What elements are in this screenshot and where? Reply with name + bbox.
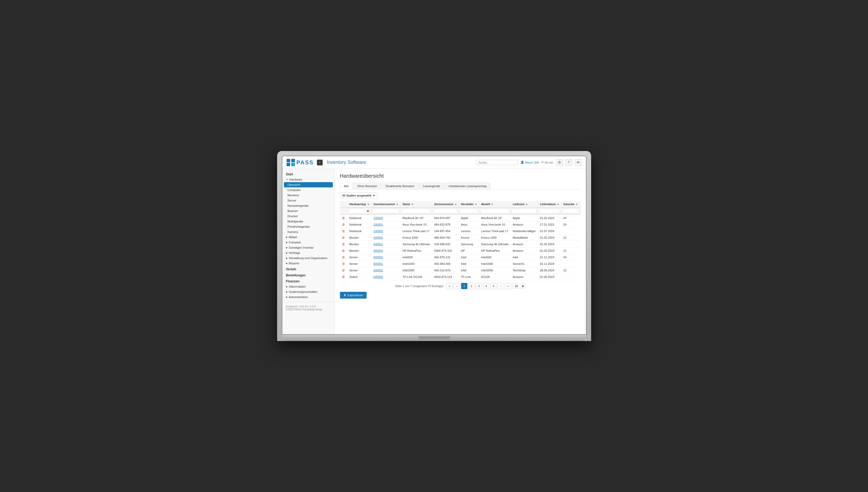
delete-icon[interactable]: 🗑	[342, 223, 345, 226]
page-btn-1[interactable]: 1	[461, 283, 467, 289]
sidebar-item-mobilgeraete[interactable]: Mobilgeräte	[282, 219, 334, 224]
sidebar-group-fuhrpark-label: Fuhrpark	[289, 241, 301, 244]
finanzstatus-cell: Neue Hardware	[580, 254, 581, 261]
sort-icon-inventarnummer[interactable]: ⇅	[396, 203, 398, 206]
sidebar-item-netzwerkgeraete[interactable]: Netzwerkgeräte	[282, 203, 334, 208]
filter-seriennummer[interactable]	[433, 209, 458, 213]
sidebar-group-stammdaten[interactable]: ▶ Stammdaten	[282, 284, 334, 289]
inventarnummer-cell[interactable]: 800000	[371, 254, 400, 261]
delete-icon[interactable]: 🗑	[342, 249, 345, 252]
sidebar-group-fuhrpark[interactable]: ▶ Fuhrpark	[282, 240, 334, 245]
sidebar-item-uebersicht[interactable]: Übersicht	[284, 182, 333, 188]
delete-icon[interactable]: 🗑	[342, 269, 345, 272]
sort-icon-hardwaretyp[interactable]: ⇅	[367, 203, 369, 206]
tab-unbekannter-leasingvertrag[interactable]: Unbekannter Leasingvertrag	[445, 183, 490, 189]
page-last-button[interactable]: »	[505, 283, 511, 289]
inventarnummer-cell[interactable]: 100000	[371, 215, 400, 221]
sort-icon-seriennummer[interactable]: ⇅	[455, 203, 456, 206]
page-next-button[interactable]: ›	[498, 283, 504, 289]
sidebar-item-computer[interactable]: Computer	[282, 188, 334, 193]
filter-hardwaretyp[interactable]	[348, 208, 371, 214]
sort-icon-garantie[interactable]: ⇅	[576, 203, 577, 206]
sort-icon-hersteller[interactable]: ⇅	[475, 203, 477, 206]
sidebar-item-kamera[interactable]: Kamera	[282, 229, 334, 235]
delete-icon[interactable]: 🗑	[342, 262, 345, 266]
page-prev-button[interactable]: ‹	[454, 283, 460, 289]
inventarnummer-link[interactable]: 400000	[373, 236, 383, 239]
page-size-select[interactable]: 10 25 50 100	[512, 284, 525, 289]
delete-icon[interactable]: 🗑	[342, 242, 345, 246]
sort-icon-modell[interactable]: ⇅	[491, 203, 493, 206]
sidebar-group-moebel[interactable]: ▶ Möbel	[282, 235, 334, 240]
page-first-button[interactable]: «	[446, 283, 453, 289]
inventarnummer-cell[interactable]: 500000	[371, 274, 400, 280]
filter-garantie[interactable]	[562, 209, 579, 213]
inventarnummer-cell[interactable]: 400002	[371, 248, 400, 254]
sidebar-item-drucker[interactable]: Drucker	[282, 214, 334, 219]
delete-icon[interactable]: 🗑	[342, 236, 345, 240]
inventarnummer-link[interactable]: 500000	[373, 275, 383, 278]
page-btn-2[interactable]: 2	[468, 283, 475, 289]
sidebar-item-server[interactable]: Server	[282, 198, 334, 203]
chevron-right-icon-4: ▶	[286, 251, 288, 254]
sort-icon-name[interactable]: ⇅	[412, 203, 413, 206]
col-garantie: Garantie ⇅	[561, 201, 580, 207]
export-button[interactable]: ⬇ Exportieren	[340, 292, 367, 299]
help-button[interactable]: ?	[566, 159, 572, 166]
inventarnummer-link[interactable]: 800000	[373, 256, 383, 259]
inventarnummer-cell[interactable]: 100001	[371, 221, 400, 228]
filter-hersteller[interactable]	[460, 209, 478, 213]
inventarnummer-link[interactable]: 100000	[373, 216, 383, 220]
sort-icon-lieferant[interactable]: ⇅	[526, 203, 527, 206]
inventarnummer-cell[interactable]: 400001	[371, 241, 400, 248]
laptop-screen: PASS « Inventory Software 👤 Maren Stift …	[282, 156, 587, 335]
sidebar-item-monitore[interactable]: Monitore	[282, 193, 334, 198]
tab-leasingende[interactable]: Leasingende	[419, 183, 444, 189]
global-search-input[interactable]	[476, 160, 518, 165]
inventarnummer-cell[interactable]: 100002	[371, 228, 400, 235]
inventarnummer-link[interactable]: 100001	[373, 223, 383, 226]
inventarnummer-link[interactable]: 800001	[373, 262, 383, 265]
delete-icon[interactable]: 🗑	[342, 255, 345, 259]
laptop-notch	[418, 336, 450, 339]
sidebar-group-vertraege[interactable]: ▶ Verträge	[282, 250, 334, 255]
inventarnummer-link[interactable]: 800002	[373, 269, 383, 272]
seriennummer-cell: 456-879-131	[432, 254, 459, 261]
settings-button[interactable]: ⚙	[556, 159, 563, 166]
inventarnummer-cell[interactable]: 400000	[371, 235, 400, 241]
sidebar-group-reports[interactable]: ▶ Reports	[282, 261, 334, 266]
inventarnummer-cell[interactable]: 800002	[371, 267, 400, 274]
filter-name[interactable]	[401, 209, 431, 213]
filter-lieferdatum[interactable]	[539, 209, 560, 213]
delete-icon[interactable]: 🗑	[342, 275, 345, 279]
sort-icon-lieferdatum[interactable]: ⇅	[557, 203, 559, 206]
columns-selector-dropdown[interactable]: 48 Spalten ausgewählt ▼	[340, 193, 378, 198]
delete-icon[interactable]: 🗑	[342, 229, 345, 233]
svg-rect-2	[287, 163, 290, 166]
filter-inventarnummer[interactable]	[372, 209, 399, 213]
sidebar-collapse-button[interactable]: «	[317, 159, 323, 165]
sidebar-item-beamer[interactable]: Beamer	[282, 208, 334, 214]
sidebar-group-verwaltung[interactable]: ▶ Verwaltung und Organisation	[282, 255, 334, 261]
tab-alle[interactable]: Alle	[340, 183, 353, 190]
filter-modell[interactable]	[480, 209, 510, 213]
sidebar-group-sonstiges[interactable]: ▶ Sonstiges Inventar	[282, 245, 334, 250]
sidebar-group-administration[interactable]: ▶ Administration	[282, 294, 334, 300]
tab-deaktivierte-benutzer[interactable]: Deaktivierte Benutzer	[382, 183, 418, 189]
sidebar-group-systemeigenschaften[interactable]: ▶ Systemeigenschaften	[282, 289, 334, 294]
sidebar-group-hardware[interactable]: ▼ Hardware	[282, 177, 334, 182]
tab-ohne-benutzer[interactable]: Ohne Benutzer	[353, 183, 381, 189]
garantie-cell	[561, 261, 580, 267]
page-btn-3[interactable]: 3	[476, 283, 482, 289]
inventarnummer-cell[interactable]: 800001	[371, 261, 400, 267]
filter-lieferant[interactable]	[512, 209, 537, 213]
inventarnummer-link[interactable]: 400001	[373, 243, 383, 246]
mail-button[interactable]: ✉	[575, 159, 582, 166]
sidebar-item-peripheriegeraete[interactable]: Peripheriegeräte	[282, 224, 334, 229]
page-btn-5[interactable]: 5	[490, 283, 497, 289]
inventarnummer-link[interactable]: 100002	[373, 229, 383, 233]
page-btn-4[interactable]: 4	[483, 283, 489, 289]
delete-icon[interactable]: 🗑	[342, 216, 345, 220]
inventarnummer-link[interactable]: 400002	[373, 249, 383, 252]
user-link[interactable]: 👤 Maren Stift	[520, 161, 539, 164]
